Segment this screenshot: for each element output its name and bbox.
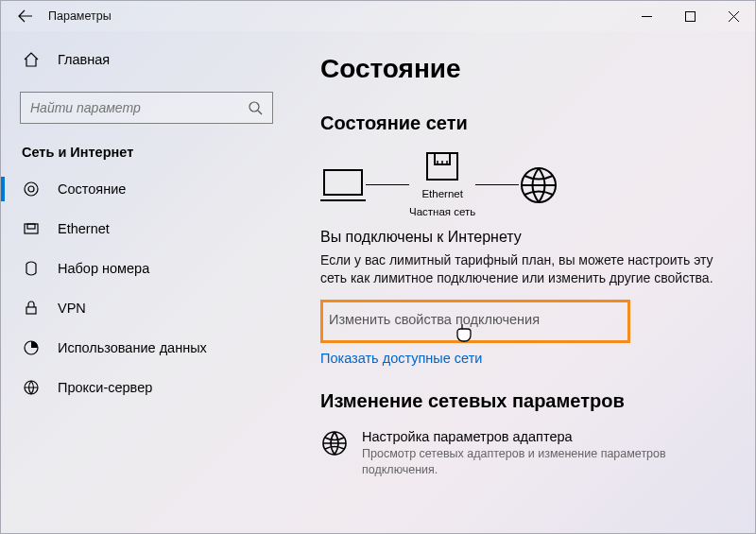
search-icon [248,100,263,115]
window-controls [625,1,755,31]
minimize-button[interactable] [625,1,668,31]
sidebar-section-title: Сеть и Интернет [1,131,292,169]
dialup-icon [22,260,41,277]
ethernet-icon [22,220,41,237]
svg-rect-9 [324,170,362,195]
sidebar-item-status[interactable]: Состояние [1,169,292,209]
close-button[interactable] [712,1,755,31]
window-title: Параметры [43,9,112,23]
vpn-icon [22,300,41,317]
adapter-title: Настройка параметров адаптера [362,429,683,444]
sidebar-item-data-usage[interactable]: Использование данных [1,328,292,368]
sidebar-item-label: Использование данных [58,340,207,355]
connected-heading: Вы подключены к Интернету [320,229,729,246]
svg-rect-6 [26,307,36,314]
svg-rect-5 [27,224,35,229]
sidebar-home[interactable]: Главная [1,41,292,78]
sidebar-item-label: Состояние [58,181,126,197]
network-status-heading: Состояние сети [320,112,729,134]
svg-point-1 [249,102,259,112]
maximize-button[interactable] [668,1,712,31]
back-button[interactable] [9,1,43,31]
sidebar-item-dialup[interactable]: Набор номера [1,249,292,288]
data-usage-icon [22,339,41,356]
search-input[interactable] [30,100,248,115]
computer-icon [320,166,366,204]
change-connection-properties-link[interactable]: Изменить свойства подключения [329,312,540,327]
sidebar-home-label: Главная [58,52,110,67]
diagram-center-top: Ethernet [421,187,462,201]
maximize-icon [685,11,696,22]
globe-icon [519,165,558,205]
change-network-settings-heading: Изменение сетевых параметров [320,390,729,412]
svg-point-3 [28,186,34,192]
close-icon [729,11,739,22]
ethernet-port-icon [425,151,459,183]
minimize-icon [642,11,652,22]
sidebar-item-ethernet[interactable]: Ethernet [1,209,292,249]
adapter-desc: Просмотр сетевых адаптеров и изменение п… [362,446,683,478]
svg-rect-0 [685,11,695,21]
sidebar-item-label: Прокси-сервер [58,380,152,395]
diagram-line [475,184,519,185]
sidebar-item-proxy[interactable]: Прокси-сервер [1,368,292,407]
svg-rect-10 [427,153,457,180]
proxy-icon [22,379,41,396]
search-box[interactable] [20,92,273,124]
adapter-globe-icon [320,429,349,478]
connected-text: Если у вас лимитный тарифный план, вы мо… [320,251,717,288]
home-icon [22,51,41,68]
diagram-line [366,184,409,185]
title-bar: Параметры [1,1,755,31]
sidebar: Главная Сеть и Интернет Состояние Ethern… [1,31,292,533]
diagram-center-bottom: Частная сеть [409,205,475,219]
arrow-left-icon [18,9,33,24]
sidebar-item-label: VPN [58,301,86,316]
svg-point-2 [25,182,38,196]
adapter-settings-item[interactable]: Настройка параметров адаптера Просмотр с… [320,429,729,478]
sidebar-item-vpn[interactable]: VPN [1,288,292,328]
cursor-icon [455,323,472,344]
page-title: Состояние [320,54,729,84]
content-pane: Состояние Состояние сети Ethernet Частна… [292,31,755,533]
sidebar-item-label: Набор номера [58,261,149,276]
sidebar-item-label: Ethernet [58,221,110,236]
highlight-box: Изменить свойства подключения [320,300,630,343]
network-diagram: Ethernet Частная сеть [320,151,729,219]
status-icon [22,181,41,198]
show-available-networks-link[interactable]: Показать доступные сети [320,351,729,366]
